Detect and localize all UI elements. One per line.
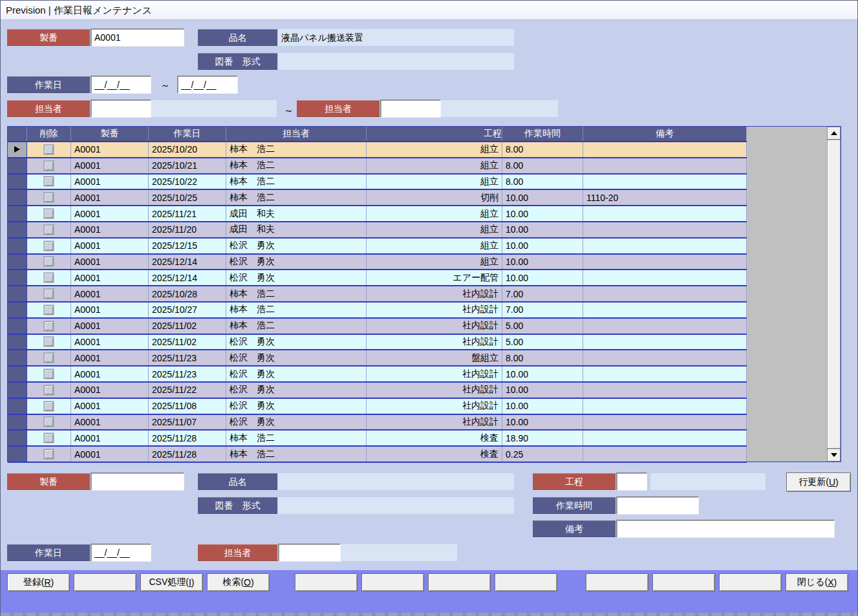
detail-tanto-input[interactable] — [278, 544, 341, 562]
cell-hours[interactable]: 10.00 — [502, 270, 583, 285]
cell-date[interactable]: 2025/10/25 — [149, 190, 226, 205]
toolbar-blank-button-3[interactable] — [361, 573, 424, 591]
delete-checkbox[interactable] — [44, 385, 54, 395]
delete-checkbox[interactable] — [44, 353, 54, 363]
cell-hours[interactable]: 10.00 — [502, 255, 583, 270]
cell-note[interactable] — [583, 430, 747, 445]
table-row[interactable]: A00012025/11/23松沢 勇次盤組立8.00 — [8, 350, 747, 366]
cell-person[interactable]: 柿本 浩二 — [226, 158, 367, 173]
cell-hours[interactable]: 10.00 — [502, 383, 583, 398]
cell-seiban[interactable]: A0001 — [71, 335, 149, 350]
cell-hours[interactable]: 8.00 — [502, 175, 583, 189]
cell-date[interactable]: 2025/11/23 — [149, 350, 226, 365]
row-selector[interactable] — [8, 222, 27, 237]
cell-person[interactable]: 柿本 浩二 — [226, 447, 367, 462]
cell-note[interactable] — [583, 303, 747, 317]
cell-date[interactable]: 2025/10/22 — [149, 175, 226, 189]
row-selector[interactable] — [8, 430, 27, 445]
cell-seiban[interactable]: A0001 — [71, 383, 149, 398]
cell-note[interactable] — [583, 206, 747, 221]
cell-process[interactable]: 社内設計 — [367, 319, 502, 334]
cell-note[interactable]: 1110-20 — [583, 190, 747, 205]
cell-seiban[interactable]: A0001 — [71, 350, 149, 365]
table-row[interactable]: A00012025/11/22松沢 勇次社内設計10.00 — [8, 383, 747, 399]
cell-person[interactable]: 成田 和夫 — [226, 206, 367, 221]
cell-date[interactable]: 2025/11/08 — [149, 399, 226, 414]
delete-checkbox[interactable] — [44, 369, 54, 379]
cell-process[interactable]: 社内設計 — [367, 415, 502, 430]
row-selector[interactable] — [8, 319, 27, 334]
cell-hours[interactable]: 10.00 — [502, 222, 583, 237]
cell-seiban[interactable]: A0001 — [71, 255, 149, 270]
delete-checkbox[interactable] — [44, 257, 54, 266]
row-selector[interactable] — [8, 447, 27, 462]
cell-seiban[interactable]: A0001 — [71, 399, 149, 414]
toolbar-blank-button-4[interactable] — [428, 573, 491, 591]
grid-vertical-scrollbar[interactable] — [827, 127, 841, 462]
table-row[interactable]: A00012025/11/21成田 和夫組立10.00 — [8, 206, 747, 222]
table-row[interactable]: A00012025/11/02柿本 浩二社内設計5.00 — [8, 319, 747, 335]
cell-process[interactable]: 検査 — [367, 447, 502, 462]
toolbar-blank-button-2[interactable] — [295, 573, 358, 591]
cell-date[interactable]: 2025/12/14 — [149, 270, 226, 285]
toolbar-blank-button-6[interactable] — [586, 573, 649, 591]
cell-process[interactable]: 社内設計 — [367, 335, 502, 350]
cell-person[interactable]: 柿本 浩二 — [226, 142, 367, 157]
scroll-up-button[interactable] — [827, 127, 841, 140]
cell-hours[interactable]: 18.90 — [502, 430, 583, 445]
cell-note[interactable] — [583, 447, 747, 462]
cell-hours[interactable]: 10.00 — [502, 399, 583, 414]
search-button[interactable]: 検索(O) — [207, 573, 270, 591]
cell-date[interactable]: 2025/11/28 — [149, 430, 226, 445]
table-row[interactable]: A00012025/12/15松沢 勇次組立10.00 — [8, 239, 747, 255]
cell-hours[interactable]: 0.25 — [502, 447, 583, 462]
toolbar-blank-button-1[interactable] — [74, 573, 136, 591]
row-selector[interactable] — [8, 415, 27, 430]
cell-seiban[interactable]: A0001 — [71, 286, 149, 301]
cell-note[interactable] — [583, 286, 747, 301]
cell-process[interactable]: 切削 — [367, 190, 502, 205]
toolbar-blank-button-5[interactable] — [495, 573, 557, 591]
row-selector[interactable] — [8, 335, 27, 350]
cell-process[interactable]: 組立 — [367, 239, 502, 253]
filter-tanto-from-input[interactable] — [91, 100, 151, 118]
delete-checkbox[interactable] — [44, 433, 54, 443]
table-row[interactable]: A00012025/10/21柿本 浩二組立8.00 — [8, 158, 747, 175]
cell-hours[interactable]: 10.00 — [502, 206, 583, 221]
cell-person[interactable]: 松沢 勇次 — [226, 335, 367, 350]
cell-process[interactable]: 社内設計 — [367, 383, 502, 398]
cell-note[interactable] — [583, 383, 747, 398]
cell-note[interactable] — [583, 415, 747, 430]
detail-jikan-input[interactable] — [616, 496, 699, 515]
delete-checkbox[interactable] — [44, 321, 54, 331]
delete-checkbox[interactable] — [44, 176, 54, 186]
filter-date-to-input[interactable] — [177, 76, 238, 94]
table-row[interactable]: A00012025/11/28柿本 浩二検査0.25 — [8, 447, 747, 463]
table-row[interactable]: A00012025/10/28柿本 浩二社内設計7.00 — [8, 286, 747, 303]
cell-seiban[interactable]: A0001 — [71, 222, 149, 237]
table-row[interactable]: A00012025/12/14松沢 勇次エアー配管10.00 — [8, 270, 747, 286]
cell-note[interactable] — [583, 158, 747, 173]
detail-seiban-input[interactable] — [91, 473, 184, 491]
cell-person[interactable]: 松沢 勇次 — [226, 255, 367, 270]
cell-hours[interactable]: 8.00 — [502, 142, 583, 157]
cell-date[interactable]: 2025/11/21 — [149, 206, 226, 221]
delete-checkbox[interactable] — [44, 417, 54, 427]
cell-person[interactable]: 松沢 勇次 — [226, 399, 367, 414]
row-selector[interactable] — [8, 142, 27, 157]
cell-seiban[interactable]: A0001 — [71, 175, 149, 189]
cell-process[interactable]: 組立 — [367, 206, 502, 221]
cell-person[interactable]: 松沢 勇次 — [226, 350, 367, 365]
cell-process[interactable]: エアー配管 — [367, 270, 502, 285]
cell-person[interactable]: 松沢 勇次 — [226, 239, 367, 253]
row-selector[interactable] — [8, 350, 27, 365]
delete-checkbox[interactable] — [44, 449, 54, 459]
cell-seiban[interactable]: A0001 — [71, 270, 149, 285]
csv-process-button[interactable]: CSV処理(I) — [140, 573, 203, 591]
table-row[interactable]: A00012025/10/25柿本 浩二切削10.001110-20 — [8, 190, 747, 206]
cell-seiban[interactable]: A0001 — [71, 190, 149, 205]
cell-person[interactable]: 柿本 浩二 — [226, 319, 367, 334]
delete-checkbox[interactable] — [44, 273, 54, 282]
row-selector[interactable] — [8, 366, 27, 381]
cell-person[interactable]: 松沢 勇次 — [226, 415, 367, 430]
